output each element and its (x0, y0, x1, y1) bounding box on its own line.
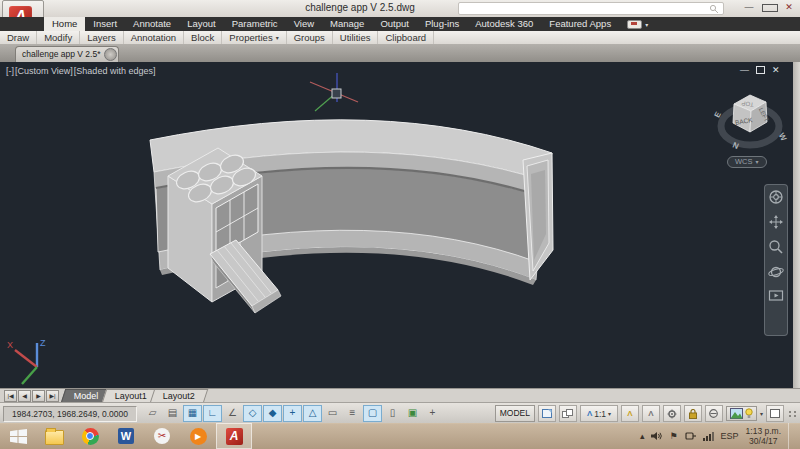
status-menu-caret[interactable]: ▾ (760, 410, 763, 417)
windows-taskbar: W ✂ ▶ A ▴ ⚑ ESP 1:13 p.m. 30/4/17 (0, 423, 800, 449)
power-plug-icon[interactable] (685, 431, 696, 441)
taskbar-file-explorer[interactable] (36, 423, 72, 449)
workspace-switching-button[interactable] (663, 405, 681, 422)
selection-cycling-toggle[interactable]: ▣ (403, 405, 422, 422)
navigation-wheel-icon[interactable] (768, 189, 784, 205)
lock-ui-button[interactable] (684, 405, 702, 422)
annotation-scale-button[interactable]: Λ 1:1 ▾ (580, 405, 618, 422)
ucs-icon: Z X (7, 338, 46, 384)
folder-icon (45, 430, 64, 445)
ribbon-tab-output[interactable]: Output (372, 17, 417, 31)
panel-modify[interactable]: Modify (37, 31, 80, 44)
svg-text:Z: Z (40, 338, 46, 348)
word-icon: W (118, 428, 134, 444)
orbit-icon[interactable] (768, 264, 784, 280)
pan-icon[interactable] (768, 214, 784, 230)
new-tab-button[interactable] (104, 48, 117, 61)
annotation-visibility-button[interactable]: Λ (621, 405, 639, 422)
panel-utilities[interactable]: Utilities (333, 31, 379, 44)
wcs-dropdown[interactable]: WCS ▾ (727, 156, 767, 168)
annotation-monitor-toggle[interactable]: + (423, 405, 442, 422)
file-tab-bar: challenge app V 2.5* ✕ (0, 44, 800, 62)
dynamic-ucs-toggle[interactable]: △ (303, 405, 322, 422)
taskbar-media-player[interactable]: ▶ (180, 423, 216, 449)
panel-annotation[interactable]: Annotation (124, 31, 184, 44)
search-icon (709, 4, 719, 14)
first-tab-button[interactable]: |◀ (4, 390, 17, 402)
taskbar-autocad[interactable]: A (216, 423, 252, 449)
object-snap-toggle[interactable]: ◇ (243, 405, 262, 422)
statusbar-grip[interactable] (789, 411, 797, 417)
clean-screen-button[interactable] (766, 405, 784, 422)
snap-mode-toggle[interactable]: ▤ (163, 405, 182, 422)
ribbon-tab-view[interactable]: View (286, 17, 322, 31)
chrome-icon (82, 428, 99, 445)
panel-clipboard[interactable]: Clipboard (378, 31, 434, 44)
ribbon-tab-manage[interactable]: Manage (322, 17, 372, 31)
isolate-objects-lightbulb-icon[interactable] (745, 408, 753, 419)
window-edge (793, 62, 800, 388)
ribbon-tab-plugins[interactable]: Plug-ins (417, 17, 467, 31)
coordinate-readout[interactable]: 1984.2703, 1968.2649, 0.0000 (3, 406, 137, 422)
3d-object-snap-toggle[interactable]: ◆ (263, 405, 282, 422)
ribbon-tab-home[interactable]: Home (44, 17, 85, 31)
taskbar-word[interactable]: W (108, 423, 144, 449)
grid-display-toggle[interactable]: ▦ (183, 405, 202, 422)
lineweight-toggle[interactable]: ≡ (343, 405, 362, 422)
chevron-down-icon: ▾ (645, 21, 648, 28)
window-title: challenge app V 2.5.dwg (255, 2, 465, 13)
ribbon-tab-featured-apps[interactable]: Featured Apps (541, 17, 619, 31)
panel-draw[interactable]: Draw (0, 31, 37, 44)
drawing-canvas[interactable]: [-] [Custom View] [Shaded with edges] — … (0, 62, 793, 388)
ribbon-tab-autodesk360[interactable]: Autodesk 360 (467, 17, 541, 31)
network-signal-icon[interactable] (703, 431, 714, 441)
tab-layout2[interactable]: Layout2 (149, 389, 208, 403)
ribbon-tab-parametric[interactable]: Parametric (224, 17, 286, 31)
dynamic-input-toggle[interactable]: ▭ (323, 405, 342, 422)
last-tab-button[interactable]: ▶| (46, 390, 59, 402)
infer-constraints-toggle[interactable]: ▱ (143, 405, 162, 422)
volume-icon[interactable] (651, 431, 662, 441)
object-snap-tracking-toggle[interactable]: + (283, 405, 302, 422)
zoom-icon[interactable] (768, 239, 784, 255)
maximize-button[interactable] (762, 2, 776, 15)
prev-tab-button[interactable]: ◀ (18, 390, 31, 402)
ribbon-tab-annotate[interactable]: Annotate (125, 17, 179, 31)
hardware-acceleration-icon[interactable] (730, 408, 743, 419)
quick-view-layouts-button[interactable] (538, 405, 556, 422)
start-button[interactable] (0, 423, 36, 449)
taskbar-chrome[interactable] (72, 423, 108, 449)
object-isolate-button[interactable] (705, 405, 723, 422)
show-desktop-button[interactable] (788, 423, 794, 449)
maximize-icon (762, 4, 778, 12)
language-indicator[interactable]: ESP (721, 431, 739, 441)
model-space-button[interactable]: MODEL (495, 405, 535, 422)
next-tab-button[interactable]: ▶ (32, 390, 45, 402)
polar-tracking-toggle[interactable]: ∠ (223, 405, 242, 422)
action-center-flag-icon[interactable]: ⚑ (669, 431, 677, 441)
panel-properties[interactable]: Properties▾ (222, 31, 286, 44)
taskbar-snipping-tool[interactable]: ✂ (144, 423, 180, 449)
status-toggles: ▱ ▤ ▦ ∟ ∠ ◇ ◆ + △ ▭ ≡ ▢ ▯ ▣ + (143, 405, 442, 422)
taskbar-clock[interactable]: 1:13 p.m. 30/4/17 (746, 426, 781, 446)
panel-layers[interactable]: Layers (80, 31, 124, 44)
close-button[interactable]: ✕ (782, 2, 796, 15)
autoscale-button[interactable]: Λ (642, 405, 660, 422)
ribbon-state-toggle[interactable]: ▾ (627, 17, 648, 31)
ribbon-tab-insert[interactable]: Insert (85, 17, 125, 31)
quick-view-drawings-button[interactable] (559, 405, 577, 422)
3d-model[interactable]: Z X (0, 62, 793, 388)
viewcube-cube[interactable]: TOP BACK LEFT (733, 95, 770, 132)
ribbon-tab-layout[interactable]: Layout (179, 17, 224, 31)
tray-expand-icon[interactable]: ▴ (640, 431, 645, 441)
ortho-mode-toggle[interactable]: ∟ (203, 405, 222, 422)
transparency-toggle[interactable]: ▢ (363, 405, 382, 422)
panel-groups[interactable]: Groups (287, 31, 333, 44)
minimize-button[interactable]: — (742, 2, 756, 15)
infocenter-search-input[interactable] (458, 2, 724, 15)
clock-time: 1:13 p.m. (746, 426, 781, 436)
panel-block[interactable]: Block (184, 31, 222, 44)
quick-properties-toggle[interactable]: ▯ (383, 405, 402, 422)
showmotion-icon[interactable] (768, 289, 784, 303)
ribbon-tab-bar: Home Insert Annotate Layout Parametric V… (0, 17, 800, 31)
